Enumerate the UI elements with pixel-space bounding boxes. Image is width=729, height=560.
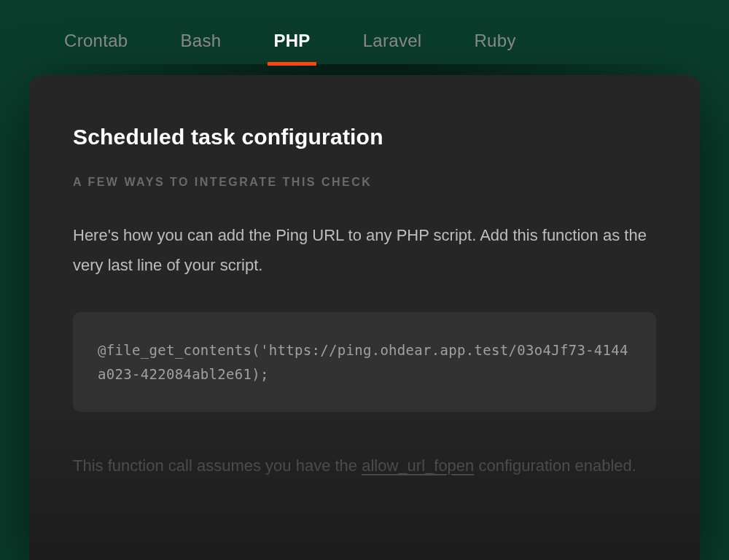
footer-post: configuration enabled. xyxy=(474,456,636,475)
footer-pre: This function call assumes you have the xyxy=(73,456,362,475)
tab-bash[interactable]: Bash xyxy=(180,31,221,66)
tab-laravel[interactable]: Laravel xyxy=(363,31,422,66)
language-tabs: Crontab Bash PHP Laravel Ruby xyxy=(0,0,729,66)
code-snippet[interactable]: @file_get_contents('https://ping.ohdear.… xyxy=(73,312,656,412)
panel-title: Scheduled task configuration xyxy=(73,125,656,149)
panel-footer-text: This function call assumes you have the … xyxy=(73,451,656,481)
config-panel: Scheduled task configuration A few ways … xyxy=(29,75,700,560)
tab-ruby[interactable]: Ruby xyxy=(474,31,515,66)
panel-subtitle: A few ways to integrate this check xyxy=(73,176,656,189)
tab-crontab[interactable]: Crontab xyxy=(64,31,128,66)
tab-php[interactable]: PHP xyxy=(273,31,310,66)
panel-body-text: Here's how you can add the Ping URL to a… xyxy=(73,221,656,280)
allow-url-fopen-link[interactable]: allow_url_fopen xyxy=(362,456,474,475)
